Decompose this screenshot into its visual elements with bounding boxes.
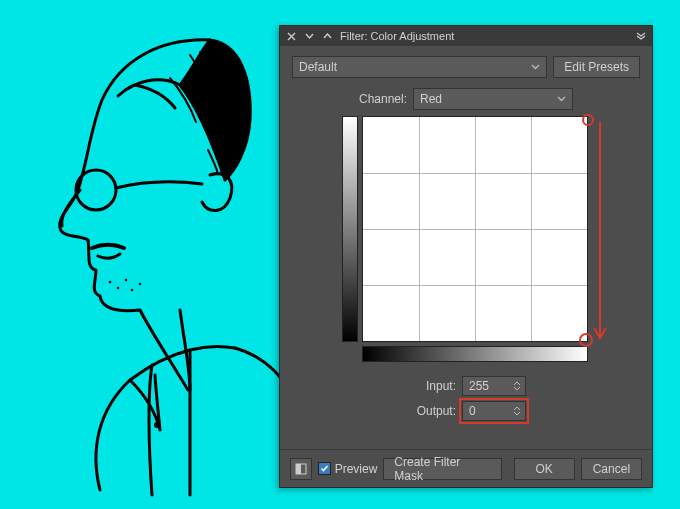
x-gradient-strip — [362, 346, 588, 362]
curve-editor[interactable] — [342, 116, 590, 364]
checkbox-checked-icon — [318, 462, 331, 475]
preset-selected-value: Default — [299, 60, 337, 74]
svg-point-5 — [139, 283, 142, 286]
chevron-down-icon — [557, 96, 566, 102]
grid-lines — [363, 117, 587, 341]
create-filter-mask-button[interactable]: Create Filter Mask — [383, 458, 501, 480]
svg-point-2 — [117, 287, 120, 290]
ok-button[interactable]: OK — [514, 458, 575, 480]
titlebar: Filter: Color Adjustment — [280, 26, 652, 46]
svg-point-1 — [109, 281, 112, 284]
input-spinbox[interactable]: 255 — [462, 376, 526, 396]
curve-grid[interactable] — [362, 116, 588, 342]
dialog-footer: Preview Create Filter Mask OK Cancel — [280, 449, 652, 487]
edit-presets-label: Edit Presets — [564, 60, 629, 74]
output-value: 0 — [469, 404, 476, 418]
spin-buttons[interactable] — [511, 377, 523, 395]
channel-label: Channel: — [359, 92, 407, 106]
svg-rect-10 — [296, 464, 301, 474]
svg-point-0 — [76, 170, 116, 210]
output-label: Output: — [406, 404, 456, 418]
color-adjustment-dialog: Filter: Color Adjustment Default Edit Pr… — [279, 25, 653, 488]
channel-selected-value: Red — [420, 92, 442, 106]
close-icon[interactable] — [284, 29, 298, 43]
svg-point-4 — [131, 289, 134, 292]
channel-select[interactable]: Red — [413, 88, 573, 110]
svg-point-3 — [125, 279, 128, 282]
collapse-up-icon[interactable] — [320, 29, 334, 43]
pin-icon[interactable] — [634, 29, 648, 43]
svg-point-6 — [154, 422, 160, 428]
chevron-down-icon — [531, 64, 540, 70]
input-label: Input: — [406, 379, 456, 393]
canvas-illustration — [40, 30, 300, 500]
edit-presets-button[interactable]: Edit Presets — [553, 56, 640, 78]
collapse-down-icon[interactable] — [302, 29, 316, 43]
compare-toggle-button[interactable] — [290, 458, 312, 480]
spin-buttons[interactable] — [511, 402, 523, 420]
ok-label: OK — [535, 462, 552, 476]
create-filter-mask-label: Create Filter Mask — [394, 455, 490, 483]
output-spinbox[interactable]: 0 — [462, 401, 526, 421]
input-value: 255 — [469, 379, 489, 393]
y-gradient-strip — [342, 116, 358, 342]
cancel-button[interactable]: Cancel — [581, 458, 642, 480]
preset-select[interactable]: Default — [292, 56, 547, 78]
cancel-label: Cancel — [593, 462, 630, 476]
dialog-title: Filter: Color Adjustment — [338, 30, 630, 42]
preview-checkbox[interactable]: Preview — [318, 462, 378, 476]
preview-label: Preview — [335, 462, 378, 476]
